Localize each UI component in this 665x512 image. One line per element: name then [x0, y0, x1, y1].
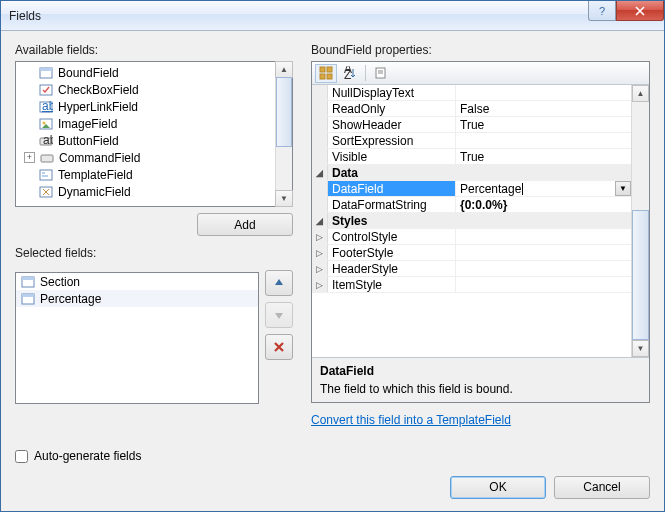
fields-dialog: Fields ? Available fields: BoundField Ch…: [0, 0, 665, 512]
prop-name: ShowHeader: [328, 117, 456, 132]
prop-value[interactable]: True: [456, 149, 631, 164]
property-description: DataField The field to which this field …: [312, 357, 649, 402]
list-item[interactable]: Percentage: [16, 290, 258, 307]
scroll-down-icon[interactable]: ▼: [632, 340, 649, 357]
auto-generate-checkbox[interactable]: [15, 450, 28, 463]
prop-value[interactable]: [456, 85, 631, 100]
convert-template-link[interactable]: Convert this field into a TemplateField: [311, 413, 511, 427]
svg-rect-19: [327, 67, 332, 72]
tree-item-hyperlinkfield[interactable]: abHyperLinkField: [20, 98, 275, 115]
pages-icon: [374, 66, 388, 80]
propgrid-toolbar: AZ: [312, 62, 649, 85]
prop-value[interactable]: False: [456, 101, 631, 116]
expand-icon[interactable]: ▷: [312, 261, 328, 276]
dialog-footer: OK Cancel: [1, 463, 664, 511]
add-button[interactable]: Add: [197, 213, 293, 236]
expand-icon[interactable]: ▷: [312, 229, 328, 244]
window-title: Fields: [9, 9, 588, 23]
svg-rect-15: [22, 277, 34, 280]
buttonfield-icon: ab: [38, 134, 54, 148]
imagefield-icon: [38, 117, 54, 131]
tree-item-templatefield[interactable]: TemplateField: [20, 166, 275, 183]
sort-az-icon: AZ: [343, 66, 357, 80]
collapse-icon[interactable]: ◢: [312, 213, 328, 228]
list-item[interactable]: Section: [16, 273, 258, 290]
ok-button[interactable]: OK: [450, 476, 546, 499]
dynamicfield-icon: [38, 185, 54, 199]
tree-item-commandfield[interactable]: +CommandField: [20, 149, 275, 166]
prop-name-datafield: DataField: [328, 181, 456, 196]
prop-name: ControlStyle: [328, 229, 456, 244]
field-icon: [20, 275, 36, 289]
svg-rect-21: [327, 74, 332, 79]
checkboxfield-icon: [38, 83, 54, 97]
prop-value[interactable]: [456, 229, 631, 244]
selected-fields-label: Selected fields:: [15, 246, 293, 260]
selected-fields-list[interactable]: Section Percentage: [15, 272, 259, 404]
close-icon: [634, 6, 646, 16]
auto-generate-label: Auto-generate fields: [34, 449, 141, 463]
categorized-button[interactable]: [315, 64, 337, 83]
svg-text:ab: ab: [43, 135, 53, 147]
commandfield-icon: [39, 151, 55, 165]
expand-icon[interactable]: ▷: [312, 245, 328, 260]
delete-button[interactable]: [265, 334, 293, 360]
prop-name: ReadOnly: [328, 101, 456, 116]
move-down-button[interactable]: [265, 302, 293, 328]
category-data: Data: [328, 165, 456, 180]
desc-text: The field to which this field is bound.: [320, 382, 641, 396]
prop-value[interactable]: [456, 277, 631, 292]
svg-text:ab: ab: [42, 101, 53, 113]
prop-value[interactable]: [456, 245, 631, 260]
prop-value[interactable]: {0:0.0%}: [456, 197, 631, 212]
prop-value[interactable]: [456, 261, 631, 276]
svg-rect-9: [41, 155, 53, 162]
scroll-up-icon[interactable]: ▲: [275, 61, 293, 78]
prop-value[interactable]: [456, 133, 631, 148]
field-icon: [20, 292, 36, 306]
svg-rect-1: [40, 68, 52, 71]
scroll-thumb[interactable]: [632, 210, 649, 340]
prop-value[interactable]: True: [456, 117, 631, 132]
cancel-button[interactable]: Cancel: [554, 476, 650, 499]
tree-item-dynamicfield[interactable]: DynamicField: [20, 183, 275, 200]
title-bar[interactable]: Fields ?: [1, 1, 664, 31]
tree-item-boundfield[interactable]: BoundField: [20, 64, 275, 81]
dropdown-button[interactable]: ▼: [615, 181, 631, 196]
prop-value-datafield[interactable]: Percentage▼: [456, 181, 631, 196]
expand-icon[interactable]: +: [24, 152, 35, 163]
alphabetical-button[interactable]: AZ: [339, 64, 361, 83]
help-button[interactable]: ?: [588, 1, 616, 21]
tree-item-imagefield[interactable]: ImageField: [20, 115, 275, 132]
prop-name: SortExpression: [328, 133, 456, 148]
arrow-down-icon: [273, 309, 285, 321]
prop-name: Visible: [328, 149, 456, 164]
property-grid: AZ NullDisplayText ReadOnlyFalse ShowHea…: [311, 61, 650, 403]
scroll-down-icon[interactable]: ▼: [275, 190, 293, 207]
move-up-button[interactable]: [265, 270, 293, 296]
property-rows[interactable]: NullDisplayText ReadOnlyFalse ShowHeader…: [312, 85, 632, 357]
collapse-icon[interactable]: ◢: [312, 165, 328, 180]
categorized-icon: [319, 66, 333, 80]
scroll-thumb[interactable]: [276, 77, 292, 147]
field-icon: [38, 66, 54, 80]
available-fields-tree[interactable]: BoundField CheckBoxField abHyperLinkFiel…: [15, 61, 293, 207]
svg-rect-11: [42, 172, 45, 174]
close-button[interactable]: [616, 1, 664, 21]
propgrid-scrollbar[interactable]: ▲ ▼: [632, 85, 649, 357]
arrow-up-icon: [273, 277, 285, 289]
svg-point-6: [43, 121, 46, 124]
tree-item-checkboxfield[interactable]: CheckBoxField: [20, 81, 275, 98]
svg-rect-12: [42, 175, 48, 177]
properties-label: BoundField properties:: [311, 43, 650, 57]
tree-scrollbar[interactable]: ▲ ▼: [275, 62, 292, 206]
expand-icon[interactable]: ▷: [312, 277, 328, 292]
property-pages-button[interactable]: [370, 64, 392, 83]
prop-name: ItemStyle: [328, 277, 456, 292]
tree-item-buttonfield[interactable]: abButtonField: [20, 132, 275, 149]
prop-name: HeaderStyle: [328, 261, 456, 276]
scroll-up-icon[interactable]: ▲: [632, 85, 649, 102]
hyperlinkfield-icon: ab: [38, 100, 54, 114]
svg-rect-17: [22, 294, 34, 297]
delete-icon: [273, 341, 285, 353]
